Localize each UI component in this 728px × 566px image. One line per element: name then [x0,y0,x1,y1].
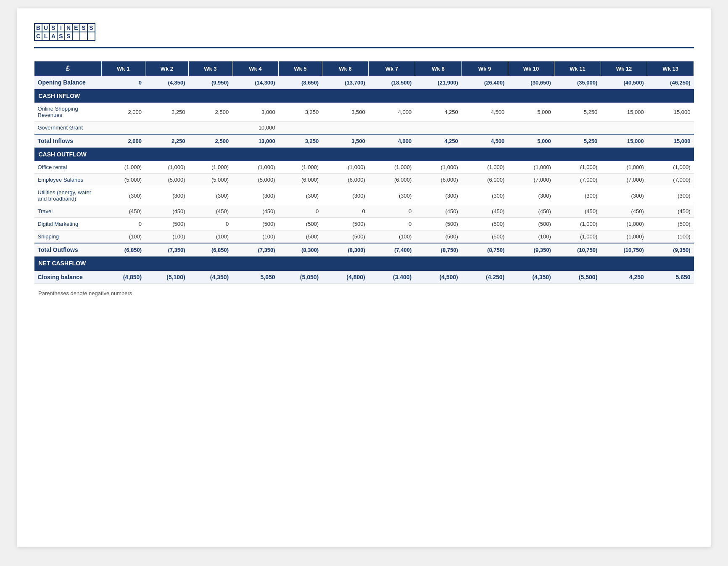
total-inflows-wk12: 15,000 [601,134,647,148]
business-class-logo: B C U L S A I [34,23,95,41]
outflow-wk4-row4: (500) [232,218,279,230]
logo-col-n: N S [65,24,72,40]
outflow-wk7-row2: (300) [369,186,415,205]
opening-balance-wk9: (26,400) [462,76,508,89]
outflow-wk10-row1: (7,000) [508,174,554,186]
opening-balance-wk11: (35,000) [554,76,601,89]
opening-balance-wk6: (13,700) [322,76,369,89]
col-header-wk3: Wk 3 [189,61,232,76]
outflow-wk10-row0: (1,000) [508,161,554,174]
total-inflows-wk3: 2,500 [189,134,232,148]
inflow-wk10-row1 [508,122,554,135]
logo-letter-i: I [58,24,64,32]
outflow-wk11-row4: (1,000) [554,218,601,230]
outflow-wk3-row1: (5,000) [189,174,232,186]
inflow-wk13-row1 [647,122,694,135]
outflow-wk12-row2: (300) [601,186,647,205]
total-inflows-row: Total Inflows2,0002,2502,50013,0003,2503… [34,134,694,148]
outflow-wk3-row5: (100) [189,230,232,243]
inflow-wk5-row0: 3,250 [279,103,322,122]
opening-balance-wk4: (14,300) [232,76,279,89]
inflow-wk12-row0: 15,000 [601,103,647,122]
outflow-wk9-row2: (300) [462,186,508,205]
outflow-wk8-row1: (6,000) [415,174,462,186]
total-inflows-wk9: 4,500 [462,134,508,148]
inflow-wk3-row0: 2,500 [189,103,232,122]
outflow-label-4: Digital Marketing [34,218,102,230]
outflow-wk9-row1: (6,000) [462,174,508,186]
header: B C U L S A I [34,21,694,48]
cash-outflow-header-label: CASH OUTFLOW [34,148,694,161]
logo-area: B C U L S A I [34,21,95,41]
col-header-wk5: Wk 5 [279,61,322,76]
total-outflows-wk4: (7,350) [232,243,279,257]
outflow-row: Utilities (energy, water and broadband)(… [34,186,694,205]
logo-letter-n: N [65,24,72,32]
logo-letter-c: C [35,32,42,40]
col-header-wk9: Wk 9 [462,61,508,76]
outflow-label-5: Shipping [34,230,102,243]
total-inflows-wk1: 2,000 [102,134,145,148]
total-outflows-label: Total Outflows [34,243,102,257]
col-header-wk11: Wk 11 [554,61,601,76]
closing-balance-wk9: (4,250) [462,270,508,284]
outflow-wk11-row0: (1,000) [554,161,601,174]
closing-balance-label: Closing balance [34,270,102,284]
net-cashflow-header-label: NET CASHFLOW [34,257,694,271]
total-outflows-wk5: (8,300) [279,243,322,257]
logo-hdivider-8 [88,32,95,32]
cash-outflow-header-row: CASH OUTFLOW [34,148,694,161]
inflow-wk2-row1 [145,122,189,135]
outflow-row: Travel(450)(450)(450)(450)000(450)(450)(… [34,205,694,218]
closing-balance-wk4: 5,650 [232,270,279,284]
outflow-wk4-row5: (100) [232,230,279,243]
opening-balance-wk3: (9,950) [189,76,232,89]
logo-letter-e: E [73,24,79,32]
total-outflows-wk11: (10,750) [554,243,601,257]
opening-balance-wk1: 0 [102,76,145,89]
opening-balance-wk5: (8,650) [279,76,322,89]
outflow-wk12-row1: (7,000) [601,174,647,186]
logo-col-s: S A [50,24,57,40]
outflow-wk9-row4: (500) [462,218,508,230]
inflow-wk5-row1 [279,122,322,135]
outflow-wk12-row0: (1,000) [601,161,647,174]
outflow-wk7-row0: (1,000) [369,161,415,174]
outflow-wk9-row5: (500) [462,230,508,243]
total-outflows-row: Total Outflows(6,850)(7,350)(6,850)(7,35… [34,243,694,257]
outflow-wk5-row1: (6,000) [279,174,322,186]
closing-balance-wk13: 5,650 [647,270,694,284]
outflow-wk7-row4: 0 [369,218,415,230]
outflow-wk5-row4: (500) [279,218,322,230]
outflow-wk2-row4: (500) [145,218,189,230]
opening-balance-wk7: (18,500) [369,76,415,89]
inflow-wk9-row1 [462,122,508,135]
table-header-row: £ Wk 1 Wk 2 Wk 3 Wk 4 Wk 5 Wk 6 Wk 7 Wk … [34,61,694,76]
logo-col-s5: S S [88,24,95,40]
total-outflows-wk9: (8,750) [462,243,508,257]
total-outflows-wk3: (6,850) [189,243,232,257]
outflow-wk11-row2: (300) [554,186,601,205]
inflow-wk7-row0: 4,000 [369,103,415,122]
col-header-wk4: Wk 4 [232,61,279,76]
outflow-wk6-row0: (1,000) [322,161,369,174]
outflow-wk11-row5: (1,000) [554,230,601,243]
outflow-wk9-row0: (1,000) [462,161,508,174]
total-inflows-wk11: 5,250 [554,134,601,148]
inflow-wk4-row0: 3,000 [232,103,279,122]
outflow-wk4-row3: (450) [232,205,279,218]
outflow-wk10-row5: (100) [508,230,554,243]
outflow-wk6-row2: (300) [322,186,369,205]
outflow-row: Office rental(1,000)(1,000)(1,000)(1,000… [34,161,694,174]
closing-balance-wk8: (4,500) [415,270,462,284]
inflow-wk7-row1 [369,122,415,135]
logo-letter-u: U [42,24,49,32]
inflow-wk1-row1 [102,122,145,135]
opening-balance-wk13: (46,250) [647,76,694,89]
outflow-wk13-row5: (100) [647,230,694,243]
total-outflows-wk10: (9,350) [508,243,554,257]
inflow-wk12-row1 [601,122,647,135]
outflow-wk2-row3: (450) [145,205,189,218]
inflow-wk9-row0: 4,500 [462,103,508,122]
inflow-row: Government Grant10,000 [34,122,694,135]
